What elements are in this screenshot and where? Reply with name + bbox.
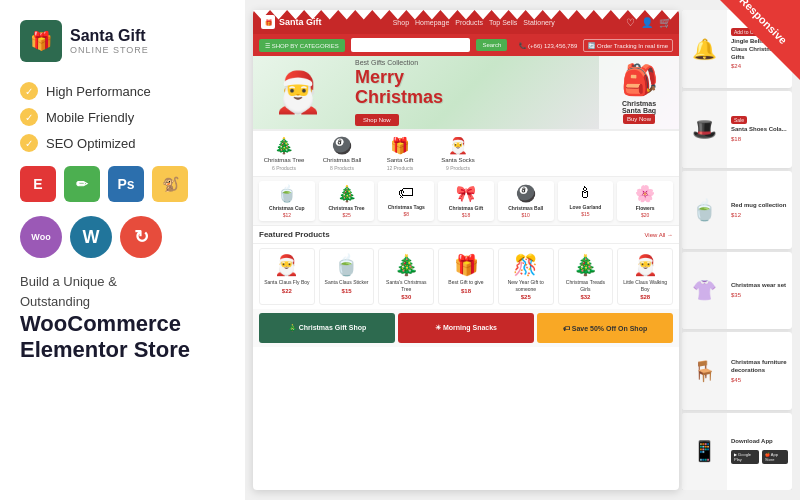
store-nav: Shop Homepage Products Top Sells Station… bbox=[393, 19, 555, 26]
feat-prod-3[interactable]: 🎁 Best Gift to give $18 bbox=[438, 248, 494, 305]
categories-button[interactable]: ☰ SHOP BY CATEGORIES bbox=[259, 39, 345, 52]
description-strong: WooCommerceElementor Store bbox=[20, 311, 225, 364]
view-all-link[interactable]: View All → bbox=[644, 232, 673, 238]
feat-name-3: Best Gift to give bbox=[448, 279, 483, 286]
thumb-title-4: Christmas furniture decorations bbox=[731, 359, 788, 375]
elementor-badge: E bbox=[20, 166, 56, 202]
responsive-ribbon: Responsive bbox=[720, 0, 800, 80]
thumb-price-4: $45 bbox=[731, 377, 788, 383]
store-contact: 📞 (+66) 123,456,789 bbox=[519, 42, 577, 49]
thumb-item-1[interactable]: 🎩 Sale Santa Shoes Cola... $18 bbox=[682, 91, 792, 169]
cat-icon-0: 🎄 bbox=[274, 136, 294, 155]
cat-name-0: Christmas Tree bbox=[264, 157, 305, 163]
hero-product-image: 🎒 bbox=[621, 62, 658, 97]
thumb-item-5[interactable]: 📱 Download App ▶ Google Play 🍎 App Store bbox=[682, 413, 792, 491]
thumb-item-2[interactable]: 🍵 Red mug collection $12 bbox=[682, 171, 792, 249]
cat-icon-2: 🎁 bbox=[390, 136, 410, 155]
prod-price-3: $18 bbox=[462, 212, 470, 218]
cat-count-3: 9 Products bbox=[446, 165, 470, 171]
feat-price-5: $32 bbox=[580, 294, 590, 300]
logo-emoji: 🎁 bbox=[30, 30, 52, 52]
store-nav-shop[interactable]: Shop bbox=[393, 19, 409, 26]
app-store-badges: ▶ Google Play 🍎 App Store bbox=[731, 450, 788, 464]
feat-prod-6[interactable]: 🎅 Little Claus Walking Boy $28 bbox=[617, 248, 673, 305]
thumb-item-3[interactable]: 👚 Christmas wear set $35 bbox=[682, 252, 792, 330]
store-preview: 🎁 Santa Gift Shop Homepage Products Top … bbox=[253, 10, 679, 490]
prod-item-1[interactable]: 🎄 Christmas Tree $25 bbox=[319, 181, 375, 221]
feat-price-3: $18 bbox=[461, 288, 471, 294]
hero-banner: 🎅 Best Gifts Collection MerryChristmas S… bbox=[253, 56, 679, 131]
hero-cta-button[interactable]: Shop Now bbox=[355, 114, 399, 126]
store-nav-products[interactable]: Products bbox=[455, 19, 483, 26]
store-nav-stationery[interactable]: Stationery bbox=[523, 19, 555, 26]
prod-img-2: 🏷 bbox=[398, 184, 414, 202]
feat-img-2: 🎄 bbox=[394, 253, 419, 277]
cat-icon-1: 🎱 bbox=[332, 136, 352, 155]
feat-prod-5[interactable]: 🎄 Christmas Treads Girls $32 bbox=[558, 248, 614, 305]
search-button[interactable]: Search bbox=[476, 39, 507, 51]
feat-prod-4[interactable]: 🎊 New Year Gift to someone $25 bbox=[498, 248, 554, 305]
hero-subtitle: Best Gifts Collection bbox=[355, 59, 587, 66]
prod-price-4: $10 bbox=[522, 212, 530, 218]
prod-item-0[interactable]: 🍵 Christmas Cup $12 bbox=[259, 181, 315, 221]
feature-item-1: ✓ High Performance bbox=[20, 82, 225, 100]
prod-img-3: 🎀 bbox=[456, 184, 476, 203]
hero-image: 🎅 bbox=[253, 56, 343, 130]
prod-price-1: $25 bbox=[342, 212, 350, 218]
bottom-banner-1[interactable]: ☀ Morning Snacks bbox=[398, 313, 534, 343]
prod-img-0: 🍵 bbox=[277, 184, 297, 203]
prod-item-3[interactable]: 🎀 Christmas Gift $18 bbox=[438, 181, 494, 221]
store-nav-homepage[interactable]: Homepage bbox=[415, 19, 449, 26]
wishlist-icon[interactable]: ♡ bbox=[626, 17, 635, 28]
cat-item-3[interactable]: 🎅 Santa Socks 9 Products bbox=[433, 136, 483, 171]
hero-product-cta[interactable]: Buy Now bbox=[623, 114, 655, 124]
thumb-info-1: Sale Santa Shoes Cola... $18 bbox=[727, 91, 792, 169]
cat-name-3: Santa Socks bbox=[441, 157, 475, 163]
store-nav-top-sells[interactable]: Top Sells bbox=[489, 19, 517, 26]
feat-prod-1[interactable]: 🍵 Santa Claus Sticker $15 bbox=[319, 248, 375, 305]
app-store-badge[interactable]: 🍎 App Store bbox=[762, 450, 788, 464]
feat-name-6: Little Claus Walking Boy bbox=[621, 279, 669, 292]
prod-price-0: $12 bbox=[283, 212, 291, 218]
description-intro: Build a Unique &Outstanding bbox=[20, 274, 117, 309]
thumb-price-3: $35 bbox=[731, 292, 788, 298]
user-icon[interactable]: 👤 bbox=[641, 17, 653, 28]
bottom-banner-2[interactable]: 🏷 Save 50% Off On Shop bbox=[537, 313, 673, 343]
feat-prod-0[interactable]: 🎅 Santa Claus Fly Boy $22 bbox=[259, 248, 315, 305]
prod-name-0: Christmas Cup bbox=[269, 205, 305, 211]
store-search-bar: ☰ SHOP BY CATEGORIES Search 📞 (+66) 123,… bbox=[253, 34, 679, 56]
logo-area: 🎁 Santa Gift Online Store bbox=[20, 20, 225, 62]
featured-section-title: Featured Products bbox=[259, 230, 330, 239]
left-panel: 🎁 Santa Gift Online Store ✓ High Perform… bbox=[0, 0, 245, 500]
hero-product-title: ChristmasSanta Bag bbox=[622, 100, 656, 114]
prod-name-5: Love Garland bbox=[569, 204, 601, 210]
search-input[interactable] bbox=[351, 38, 471, 52]
prod-item-5[interactable]: 🕯 Love Garland $15 bbox=[558, 181, 614, 221]
thumb-info-3: Christmas wear set $35 bbox=[727, 252, 792, 330]
order-track[interactable]: 🔄 Order Tracking In real time bbox=[583, 39, 673, 52]
side-thumbs: 🔔 Add to Cart Jingle Bells, Santa Claus … bbox=[682, 10, 792, 490]
prod-img-5: 🕯 bbox=[577, 184, 593, 202]
cat-item-0[interactable]: 🎄 Christmas Tree 6 Products bbox=[259, 136, 309, 171]
bottom-banner-0[interactable]: 🎄 Christmas Gift Shop bbox=[259, 313, 395, 343]
cat-icon-3: 🎅 bbox=[448, 136, 468, 155]
prod-img-6: 🌸 bbox=[635, 184, 655, 203]
cat-item-1[interactable]: 🎱 Christmas Ball 8 Products bbox=[317, 136, 367, 171]
thumb-title-1: Santa Shoes Cola... bbox=[731, 126, 788, 134]
prod-item-6[interactable]: 🌸 Flowers $20 bbox=[617, 181, 673, 221]
thumb-item-4[interactable]: 🪑 Christmas furniture decorations $45 bbox=[682, 332, 792, 410]
feature-label-1: High Performance bbox=[46, 84, 151, 99]
cat-count-0: 6 Products bbox=[272, 165, 296, 171]
feat-name-4: New Year Gift to someone bbox=[502, 279, 550, 292]
ribbon-text: Responsive bbox=[734, 0, 793, 50]
prod-price-5: $15 bbox=[581, 211, 589, 217]
cat-item-2[interactable]: 🎁 Santa Gift 12 Products bbox=[375, 136, 425, 171]
prod-item-4[interactable]: 🎱 Christmas Ball $10 bbox=[498, 181, 554, 221]
cat-name-1: Christmas Ball bbox=[323, 157, 362, 163]
prod-item-2[interactable]: 🏷 Christmas Tags $8 bbox=[378, 181, 434, 221]
feature-label-2: Mobile Friendly bbox=[46, 110, 134, 125]
logo-title: Santa Gift bbox=[70, 27, 149, 45]
google-play-badge[interactable]: ▶ Google Play bbox=[731, 450, 759, 464]
feat-prod-2[interactable]: 🎄 Santa's Christmas Tree $30 bbox=[378, 248, 434, 305]
thumb-title-3: Christmas wear set bbox=[731, 282, 788, 290]
